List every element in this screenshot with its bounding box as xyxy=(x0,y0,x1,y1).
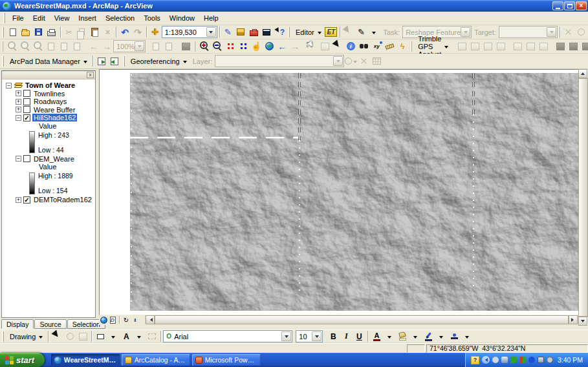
horizontal-scrollbar[interactable] xyxy=(145,315,578,324)
restore-button[interactable] xyxy=(564,1,575,10)
arctoolbox-button[interactable] xyxy=(247,26,260,39)
dropdown-arrow-icon[interactable] xyxy=(312,331,321,341)
expand-icon[interactable]: + xyxy=(16,90,21,96)
scroll-down-button[interactable] xyxy=(578,317,587,326)
select-elements-button[interactable] xyxy=(50,330,63,343)
fill-color-button[interactable] xyxy=(396,330,409,343)
editor-sketch-icon[interactable]: ✎ xyxy=(221,26,234,39)
layer-label[interactable]: DEM_Weare xyxy=(32,155,76,163)
layer-checkbox[interactable] xyxy=(23,155,30,162)
bold-button[interactable]: B xyxy=(327,330,340,343)
font-color-button[interactable]: A xyxy=(370,330,383,343)
hide-icons-chevron[interactable] xyxy=(482,356,490,364)
gps-tool-button[interactable] xyxy=(580,40,588,53)
start-button[interactable]: start xyxy=(0,353,45,367)
volume-icon[interactable] xyxy=(492,357,499,363)
layer-label[interactable]: Townlines xyxy=(32,90,66,98)
text-tool-button[interactable]: A xyxy=(120,330,133,343)
print-button[interactable] xyxy=(45,26,58,39)
arcmap-app-icon[interactable] xyxy=(3,2,11,10)
menu-help[interactable]: Help xyxy=(199,13,223,23)
dropdown-arrow-icon[interactable] xyxy=(206,27,216,37)
forward-extent-button[interactable]: → xyxy=(289,40,301,53)
command-window-button[interactable] xyxy=(260,26,273,39)
view-link-table-button[interactable] xyxy=(370,55,383,68)
identify-button[interactable]: i xyxy=(344,40,357,53)
layout-tool-button[interactable] xyxy=(45,40,58,53)
save-button[interactable] xyxy=(32,26,45,39)
go-to-xy-button[interactable]: xy xyxy=(370,40,383,53)
data-view-button[interactable] xyxy=(99,315,108,324)
menu-tools[interactable]: Tools xyxy=(139,13,165,23)
signal-icon[interactable] xyxy=(519,357,526,363)
layout-zoom-page-button[interactable] xyxy=(32,40,45,53)
menu-window[interactable]: Window xyxy=(165,13,199,23)
rotate-raster-button[interactable] xyxy=(344,55,357,68)
font-combo[interactable]: O Arial xyxy=(163,330,292,342)
clear-selection-button[interactable] xyxy=(318,40,331,53)
layout-zoom-in-button[interactable] xyxy=(6,40,19,53)
trimble-gps-menu-button[interactable]: Trimble GPS Analyst xyxy=(415,40,452,53)
close-button[interactable]: × xyxy=(576,1,587,10)
layer-row-hillshade[interactable]: − ✓ HillShade162 xyxy=(2,114,95,121)
gps-tool-button[interactable] xyxy=(524,40,537,53)
task-button-powerpoint[interactable]: Microsoft PowerPoint ... xyxy=(192,354,261,366)
zoom-in-button[interactable] xyxy=(198,40,211,53)
menu-edit[interactable]: Edit xyxy=(28,13,50,23)
refresh-view-button[interactable]: ↻ xyxy=(122,315,131,324)
layout-tool-button[interactable] xyxy=(162,40,175,53)
arccatalog-button[interactable] xyxy=(234,26,247,39)
select-elements-button[interactable] xyxy=(331,40,344,53)
marker-color-button[interactable] xyxy=(448,330,461,343)
back-extent-button[interactable]: ← xyxy=(276,40,289,53)
layer-checkbox[interactable] xyxy=(23,90,30,97)
marker-color-dropdown[interactable] xyxy=(461,330,474,343)
zoom-to-selected-button[interactable] xyxy=(76,330,89,343)
layer-row-townlines[interactable]: + Townlines xyxy=(2,90,95,98)
pause-drawing-button[interactable]: ‖ xyxy=(131,315,140,324)
vertical-scrollbar[interactable] xyxy=(578,69,588,326)
hillshade-raster[interactable] xyxy=(130,73,579,311)
gps-tool-button[interactable] xyxy=(481,40,494,53)
layer-row-dem-weare[interactable]: − DEM_Weare xyxy=(2,155,95,163)
map-view[interactable] xyxy=(99,69,578,315)
task-button-arccatalog[interactable]: ArcCatalog - ArcView ... xyxy=(122,354,190,366)
georeferencing-menu-button[interactable]: Georeferencing xyxy=(127,55,190,68)
horizontal-scroll-thumb[interactable] xyxy=(155,315,569,324)
gps-tool-button[interactable] xyxy=(468,40,481,53)
open-button[interactable] xyxy=(19,26,32,39)
layer-row-roadways[interactable]: + Roadways xyxy=(2,98,95,105)
help-tray-icon[interactable]: ? xyxy=(471,356,479,364)
line-color-dropdown[interactable] xyxy=(435,330,448,343)
menu-view[interactable]: View xyxy=(50,13,74,23)
layout-tool-button[interactable] xyxy=(71,40,83,53)
arcpad-checkin-button[interactable] xyxy=(108,55,121,68)
find-button[interactable] xyxy=(357,40,370,53)
layer-checkbox[interactable] xyxy=(23,106,30,113)
menu-file[interactable]: File xyxy=(8,13,28,23)
bluetooth-icon[interactable] xyxy=(528,357,535,363)
new-map-button[interactable] xyxy=(6,26,19,39)
gps-tool-button[interactable] xyxy=(567,40,580,53)
toggle-draft-mode-button[interactable] xyxy=(179,40,192,53)
font-color-dropdown[interactable] xyxy=(383,330,396,343)
easy-target-button[interactable]: ET xyxy=(325,26,338,39)
text-tool-dropdown[interactable] xyxy=(133,330,146,343)
full-extent-button[interactable] xyxy=(263,40,276,53)
minimize-button[interactable] xyxy=(552,1,563,10)
layer-label[interactable]: DEMToRadem162 xyxy=(32,196,93,204)
layer-checkbox[interactable] xyxy=(23,98,30,105)
layer-checkbox-checked[interactable]: ✓ xyxy=(23,114,30,121)
add-control-points-button[interactable] xyxy=(357,55,370,68)
collapse-icon[interactable]: − xyxy=(6,83,12,89)
expand-icon[interactable]: + xyxy=(16,197,21,203)
shape-tool-button[interactable] xyxy=(94,330,107,343)
shape-tool-dropdown[interactable] xyxy=(107,330,120,343)
collapse-icon[interactable]: − xyxy=(16,156,21,162)
sketch-tool-dropdown[interactable] xyxy=(367,26,380,39)
layout-view-button[interactable]: D xyxy=(108,315,117,324)
delete-button[interactable]: × xyxy=(101,26,114,39)
tab-source[interactable]: Source xyxy=(34,319,66,329)
underline-button[interactable]: U xyxy=(353,330,365,343)
layout-forward-extent-button[interactable]: → xyxy=(100,40,113,53)
